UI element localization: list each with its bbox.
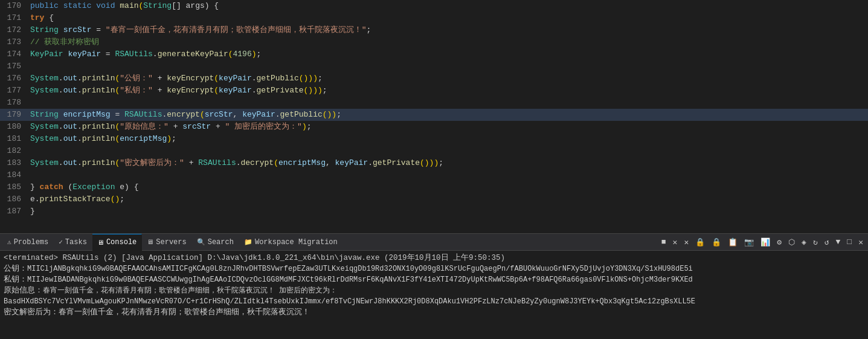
camera-button[interactable]: 📷 bbox=[742, 236, 756, 248]
clipboard-button[interactable]: 📋 bbox=[725, 236, 740, 248]
code-editor: 170 public static void main(String[] arg… bbox=[0, 0, 868, 233]
hex-button[interactable]: ⬡ bbox=[786, 236, 797, 248]
tab-workspace-label: Workspace Migration bbox=[255, 238, 338, 247]
tab-problems[interactable]: ⚠ Problems bbox=[2, 234, 54, 251]
servers-icon: 🖥 bbox=[147, 238, 153, 246]
dropdown-button[interactable]: ▼ bbox=[834, 236, 843, 248]
code-line-186: 186 e.printStackTrace(); bbox=[0, 193, 868, 205]
bottom-panel: ⚠ Problems ✓ Tasks 🖥 Console 🖥 Servers 🔍… bbox=[0, 233, 868, 339]
terminated-line: <terminated> RSAUtils (2) [Java Applicat… bbox=[4, 253, 864, 263]
decrypted-line: 密文解密后为：春宵一刻值千金，花有清香月有阴；歌管楼台声细细，秋千院落夜沉沉！ bbox=[4, 307, 864, 318]
problems-icon: ⚠ bbox=[7, 238, 11, 246]
tab-console[interactable]: 🖥 Console bbox=[92, 234, 142, 251]
code-line-172: 172 String srcStr = "春宵一刻值千金，花有清香月有阴；歌管楼… bbox=[0, 24, 868, 36]
lock-button-2[interactable]: 🔒 bbox=[709, 236, 724, 248]
chart-button[interactable]: 📊 bbox=[758, 236, 773, 248]
code-line-181: 181 System.out.println(encriptMsg); bbox=[0, 133, 868, 145]
code-line-184: 184 bbox=[0, 169, 868, 181]
tab-search-label: Search bbox=[208, 238, 234, 247]
code-line-180: 180 System.out.println("原始信息：" + srcStr … bbox=[0, 121, 868, 133]
tab-workspace-migration[interactable]: 📁 Workspace Migration bbox=[239, 234, 343, 251]
code-line-182: 182 bbox=[0, 145, 868, 157]
workspace-icon: 📁 bbox=[244, 238, 252, 246]
tab-search[interactable]: 🔍 Search bbox=[192, 234, 239, 251]
tab-console-label: Console bbox=[106, 238, 137, 247]
tab-servers[interactable]: 🖥 Servers bbox=[142, 234, 191, 251]
panel-close-button[interactable]: ✕ bbox=[856, 236, 866, 248]
code-line-187: 187 } bbox=[0, 205, 868, 218]
original-line: 原始信息：春宵一刻值千金，花有清香月有阴；歌管楼台声细细，秋千院落夜沉沉！ 加密… bbox=[4, 285, 864, 296]
search-icon: 🔍 bbox=[197, 238, 205, 246]
stop-button[interactable]: ■ bbox=[659, 236, 669, 248]
diamond-button[interactable]: ◈ bbox=[799, 236, 809, 248]
pubkey-line: 公钥：MIICljANBgkqhkiG9w0BAQEFAAOCAhsAMIICF… bbox=[4, 263, 864, 274]
code-line-173: 173 // 获取非对称密钥 bbox=[0, 36, 868, 48]
settings-button[interactable]: ⚙ bbox=[774, 236, 784, 248]
tab-bar: ⚠ Problems ✓ Tasks 🖥 Console 🖥 Servers 🔍… bbox=[0, 234, 868, 251]
console-icon: 🖥 bbox=[97, 239, 104, 247]
minimize-button[interactable]: □ bbox=[844, 236, 854, 248]
code-line-185: 185 } catch (Exception e) { bbox=[0, 181, 868, 193]
code-line-174: 174 KeyPair keyPair = RSAUtils.generateK… bbox=[0, 48, 868, 60]
code-lines: 170 public static void main(String[] arg… bbox=[0, 0, 868, 233]
tasks-icon: ✓ bbox=[59, 238, 63, 246]
close-button-2[interactable]: ✕ bbox=[681, 236, 691, 248]
tab-tasks-label: Tasks bbox=[65, 238, 87, 247]
tab-problems-label: Problems bbox=[14, 238, 49, 247]
code-line-171: 171 try { bbox=[0, 12, 868, 24]
close-button-1[interactable]: ✕ bbox=[670, 236, 680, 248]
code-line-176: 176 System.out.println("公钥：" + keyEncryp… bbox=[0, 73, 868, 85]
code-line-175: 175 bbox=[0, 60, 868, 73]
undo-button[interactable]: ↺ bbox=[822, 236, 832, 248]
code-line-170: 170 public static void main(String[] arg… bbox=[0, 0, 868, 12]
code-line-183: 183 System.out.println("密文解密后为：" + RSAUt… bbox=[0, 157, 868, 169]
code-line-177: 177 System.out.println("私钥：" + keyEncryp… bbox=[0, 85, 868, 97]
code-line-179: 179 String encriptMsg = RSAUtils.encrypt… bbox=[0, 109, 868, 121]
privkey-line: 私钥：MIIJewIBADANBgkqhkiG9w0BAQEFAASCCWUwg… bbox=[4, 274, 864, 285]
encrypted-line: BasdHXdBSYc7VcYlVMvmLwAgouKPJnNMwzeVcR07… bbox=[4, 296, 864, 307]
redo-button[interactable]: ↻ bbox=[811, 236, 820, 248]
tab-servers-label: Servers bbox=[156, 238, 186, 247]
lock-button-1[interactable]: 🔒 bbox=[693, 236, 707, 248]
console-output: <terminated> RSAUtils (2) [Java Applicat… bbox=[0, 251, 868, 339]
toolbar-right: ■ ✕ ✕ 🔒 🔒 📋 📷 📊 ⚙ ⬡ ◈ ↻ ↺ ▼ □ ✕ bbox=[659, 236, 866, 248]
code-line-178: 178 bbox=[0, 97, 868, 109]
tab-tasks[interactable]: ✓ Tasks bbox=[54, 234, 92, 251]
